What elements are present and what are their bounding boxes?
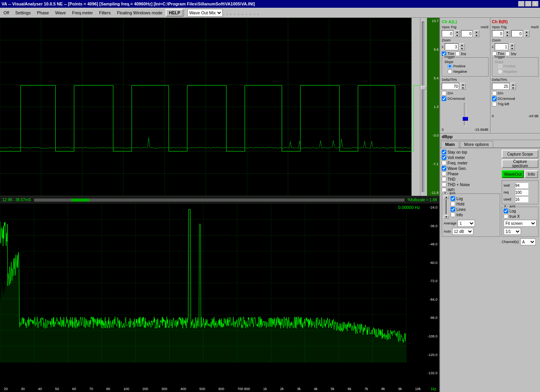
chb-trigleft-checkbox[interactable]	[492, 102, 497, 106]
cha-deltath-down[interactable]: ▼	[460, 86, 466, 90]
spec-scale-7: -96.0	[423, 316, 437, 320]
menu-freqmeter[interactable]: Freq.meter	[69, 9, 96, 17]
title-text: VA -- VisualAnalyser 10.0.5 NE -- [Point…	[2, 2, 255, 6]
waveout-button[interactable]: WaveOut	[502, 170, 524, 178]
thd-noise-checkbox[interactable]	[442, 182, 446, 187]
minimize-button[interactable]: −	[518, 1, 525, 7]
menu-wave[interactable]: Wave	[52, 9, 69, 17]
close-button[interactable]: ✕	[532, 1, 538, 7]
req-input[interactable]	[515, 189, 528, 195]
ch-a-label: Ch A(L)	[442, 19, 489, 24]
cha-vslider-thumb[interactable]	[421, 86, 426, 90]
stay-on-top-checkbox[interactable]	[442, 150, 446, 154]
used-input[interactable]	[515, 196, 528, 202]
info-y-checkbox[interactable]	[451, 212, 455, 217]
req-row: req	[504, 189, 537, 195]
menu-floating[interactable]: Floating Windows mode	[114, 9, 165, 17]
ratio-select[interactable]: 1/1	[504, 228, 521, 235]
cha-zoom-down[interactable]: ▼	[459, 47, 465, 50]
y-slider-up[interactable]: ▲	[444, 195, 449, 199]
freq-80: 80	[106, 387, 110, 391]
wave-gen-checkbox[interactable]	[442, 166, 446, 171]
lines-checkbox[interactable]	[451, 207, 455, 212]
chb-deltath-down[interactable]: ▼	[511, 86, 516, 90]
cha-v-track	[464, 103, 466, 126]
cha-v-thumb[interactable]	[463, 117, 468, 121]
chb-vpos-input-row: ▲ ▼ ▲ ▼	[492, 30, 539, 37]
chb-msd-down[interactable]: ▼	[524, 34, 530, 37]
hold-checkbox[interactable]	[451, 202, 455, 206]
cha-vslider[interactable]	[420, 18, 427, 196]
chb-deltath-label: DeltaTh%	[492, 78, 507, 82]
cha-positive-radio[interactable]	[447, 64, 452, 68]
volt-meter-checkbox[interactable]	[442, 155, 446, 160]
cha-zoom-input[interactable]	[445, 43, 458, 50]
chb-da-checkbox[interactable]	[492, 91, 497, 96]
menu-phase[interactable]: Phase	[34, 9, 51, 17]
chb-vpos-input[interactable]	[492, 30, 504, 37]
oscilloscope-canvas	[0, 18, 424, 196]
chb-msd-up[interactable]: ▲	[524, 30, 530, 34]
maximize-button[interactable]: □	[525, 1, 531, 7]
cha-vpos-down[interactable]: ▼	[454, 34, 460, 37]
cha-msd-down[interactable]: ▼	[474, 34, 479, 37]
chb-vpos-up[interactable]: ▲	[505, 30, 510, 34]
freq-30: 30	[21, 387, 25, 391]
capture-scope-btn[interactable]: Capture Scope	[502, 150, 538, 158]
log-y-checkbox[interactable]	[451, 196, 455, 201]
cha-deltath-up[interactable]: ▲	[460, 83, 466, 86]
menu-off[interactable]: Off	[1, 9, 12, 17]
chb-positive-radio[interactable]	[498, 64, 502, 68]
tab-main[interactable]: Main	[441, 141, 459, 148]
chb-vpos-down[interactable]: ▼	[505, 34, 510, 37]
cha-bottom-labels: 0 -15.99dB	[442, 128, 489, 132]
average-select[interactable]: 1	[458, 220, 475, 227]
info-button[interactable]: Info	[525, 170, 538, 178]
step-select[interactable]: 12 dB	[452, 228, 473, 235]
cha-dcremoval-checkbox[interactable]	[442, 96, 446, 101]
chb-zoom-up[interactable]: ▲	[509, 43, 515, 47]
tab-more-options[interactable]: More options	[460, 141, 493, 147]
chb-zoom-down[interactable]: ▼	[509, 47, 515, 50]
cha-negative-radio[interactable]	[447, 69, 452, 74]
freq-40: 40	[38, 387, 42, 391]
cha-deltath-input[interactable]	[442, 83, 459, 90]
wait-input[interactable]	[515, 182, 528, 188]
osc-scroll-thumb[interactable]	[71, 199, 90, 202]
freq-meter-checkbox[interactable]	[442, 161, 446, 165]
menu-settings[interactable]: Settings	[12, 9, 33, 17]
chb-zoom-input[interactable]	[495, 43, 508, 50]
tabs-container: Main More options	[440, 140, 540, 148]
chb-inv-checkbox[interactable]	[505, 51, 510, 56]
menu-help[interactable]: HELP	[166, 9, 183, 17]
cha-inv-checkbox[interactable]	[455, 51, 460, 56]
chb-deltath-up[interactable]: ▲	[511, 83, 516, 86]
cha-zoom-up[interactable]: ▲	[459, 43, 465, 47]
cha-msd-input[interactable]	[461, 30, 473, 37]
cha-positive-label: Positive	[453, 64, 466, 68]
cha-vpos-up[interactable]: ▲	[454, 30, 460, 34]
waveout-select[interactable]: Wave Out Mix	[187, 9, 223, 17]
channel-select[interactable]: A	[520, 238, 536, 245]
chb-positive-row: Positive	[498, 64, 537, 68]
chb-msd-input[interactable]	[511, 30, 523, 37]
cha-negative-label: Negative	[453, 70, 467, 74]
truex-checkbox[interactable]	[504, 214, 508, 219]
phase-checkbox[interactable]	[442, 171, 446, 176]
cha-vpos-input[interactable]	[442, 30, 453, 37]
capture-buttons: Capture Scope Capture spectrum	[502, 150, 538, 168]
capture-spectrum-btn[interactable]: Capture spectrum	[502, 159, 538, 168]
osc-scrollbar[interactable]	[34, 199, 405, 202]
chb-negative-radio[interactable]	[498, 69, 502, 74]
chb-dcremoval-checkbox[interactable]	[492, 96, 497, 101]
log-x-checkbox[interactable]	[504, 209, 508, 213]
log-y-row: Log	[451, 196, 466, 201]
thd-checkbox[interactable]	[442, 177, 446, 181]
cha-da-checkbox[interactable]	[442, 91, 446, 96]
cha-msd-up[interactable]: ▲	[474, 30, 479, 34]
window-controls: − □ ✕	[518, 1, 538, 7]
fit-select[interactable]: Fit screen	[504, 220, 537, 227]
chb-deltath-input[interactable]	[492, 83, 509, 90]
y-slider-down[interactable]: ▼	[444, 215, 449, 219]
menu-filters[interactable]: Filters	[96, 9, 113, 17]
